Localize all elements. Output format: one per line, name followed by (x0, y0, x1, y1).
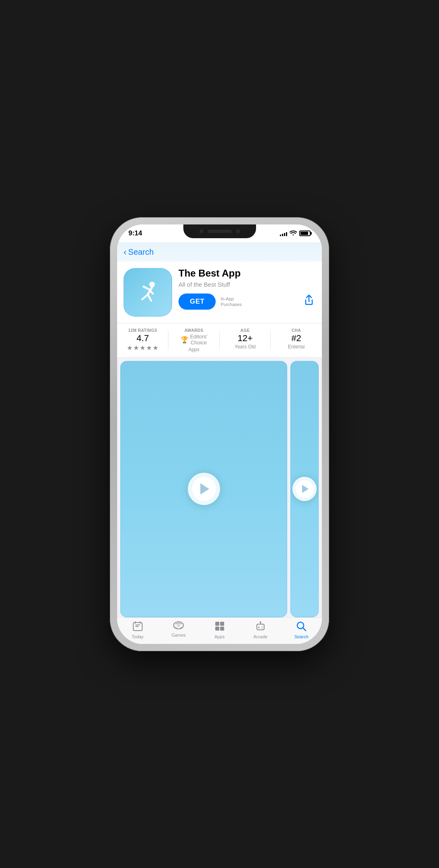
laurel-left-icon: 🏆 (181, 336, 189, 344)
share-button[interactable] (304, 295, 314, 308)
stat-age-label: AGE (240, 328, 250, 333)
tab-search[interactable]: Search (281, 621, 322, 639)
app-actions: GET In-App Purchases (179, 294, 314, 310)
play-triangle-icon-1 (200, 483, 209, 495)
battery-icon (299, 231, 311, 236)
tab-search-label: Search (294, 634, 309, 639)
svg-point-23 (262, 628, 263, 629)
stat-awards: AWARDS 🏆 Editors' Choice Apps (168, 328, 220, 352)
tab-arcade[interactable]: Arcade (240, 621, 281, 639)
content-area: ‹ Search (117, 242, 322, 644)
today-icon (132, 621, 143, 633)
screenshots-area (117, 358, 322, 617)
phone-screen: 9:14 (117, 224, 322, 644)
tab-today-label: Today (132, 634, 143, 639)
app-info: The Best App All of the Best Stuff GET I… (179, 268, 314, 310)
stat-age-value: 12+ (237, 333, 252, 343)
stats-bar: 12M RATINGS 4.7 ★ ★ ★ ★ ★ AWARDS 🏆 (117, 323, 322, 357)
tab-apps-label: Apps (214, 634, 225, 639)
play-button-inner-1 (192, 477, 216, 501)
stat-age: AGE 12+ Years Old (220, 328, 271, 352)
stat-ratings: 12M RATINGS 4.7 ★ ★ ★ ★ ★ (117, 328, 168, 352)
svg-rect-7 (135, 625, 140, 625)
app-icon (124, 268, 172, 317)
back-label: Search (128, 247, 153, 257)
stat-awards-sub: Apps (188, 347, 199, 352)
arcade-icon (255, 621, 266, 633)
notch (183, 224, 256, 238)
notch-speaker (208, 230, 232, 233)
svg-point-22 (262, 626, 263, 627)
status-bar: 9:14 (117, 224, 322, 242)
svg-point-19 (260, 621, 261, 623)
app-subtitle: All of the Best Stuff (179, 281, 314, 288)
svg-rect-14 (220, 622, 224, 626)
svg-line-4 (142, 294, 148, 299)
screenshot-1[interactable] (120, 361, 287, 617)
svg-point-12 (177, 624, 180, 627)
svg-rect-13 (215, 622, 219, 626)
back-chevron-icon: ‹ (124, 247, 126, 258)
stat-chart-label: CHA (292, 328, 301, 333)
notch-camera (200, 229, 204, 233)
stat-ratings-label: 12M RATINGS (128, 328, 157, 333)
stat-ratings-value: 4.7 (137, 333, 149, 343)
status-icons (280, 230, 311, 237)
play-button-2[interactable] (292, 477, 317, 501)
status-time: 9:14 (128, 229, 142, 237)
stat-chart-sub: Entertai (288, 344, 305, 350)
tab-apps[interactable]: Apps (199, 621, 240, 639)
apps-icon (214, 621, 225, 633)
app-header: The Best App All of the Best Stuff GET I… (117, 262, 322, 323)
phone-device: 9:14 (110, 217, 329, 651)
search-icon (296, 621, 307, 633)
notch-dot2 (236, 229, 240, 233)
app-name: The Best App (179, 268, 314, 279)
svg-rect-15 (215, 627, 219, 631)
svg-line-5 (148, 294, 151, 300)
in-app-text: In-App Purchases (221, 296, 242, 308)
tab-arcade-label: Arcade (253, 634, 267, 639)
play-button-1[interactable] (188, 473, 220, 505)
wifi-icon (290, 230, 297, 237)
svg-rect-8 (135, 626, 139, 627)
svg-rect-17 (257, 624, 264, 630)
back-navigation[interactable]: ‹ Search (117, 242, 322, 262)
play-button-inner-2 (296, 480, 314, 498)
stat-awards-label: AWARDS (185, 328, 204, 333)
games-icon (173, 621, 184, 631)
battery-fill (300, 232, 308, 235)
editors-choice: 🏆 Editors' Choice (181, 333, 208, 346)
app-icon-container (124, 268, 172, 317)
runner-icon (134, 278, 162, 306)
svg-rect-16 (220, 627, 224, 631)
stat-chart-value: #2 (291, 333, 301, 343)
tab-games[interactable]: Games (158, 621, 199, 639)
svg-line-25 (303, 628, 306, 631)
stat-chart: CHA #2 Entertai (271, 328, 322, 352)
get-button[interactable]: GET (179, 294, 216, 310)
stat-age-sub: Years Old (235, 344, 256, 350)
play-triangle-icon-2 (302, 485, 309, 493)
tab-games-label: Games (171, 633, 185, 637)
stars-icon: ★ ★ ★ ★ ★ (127, 344, 158, 352)
tab-today[interactable]: Today (117, 621, 158, 639)
screenshot-2-partial[interactable] (290, 361, 319, 617)
signal-icon (280, 231, 287, 236)
tab-bar: Today Games (117, 617, 322, 644)
